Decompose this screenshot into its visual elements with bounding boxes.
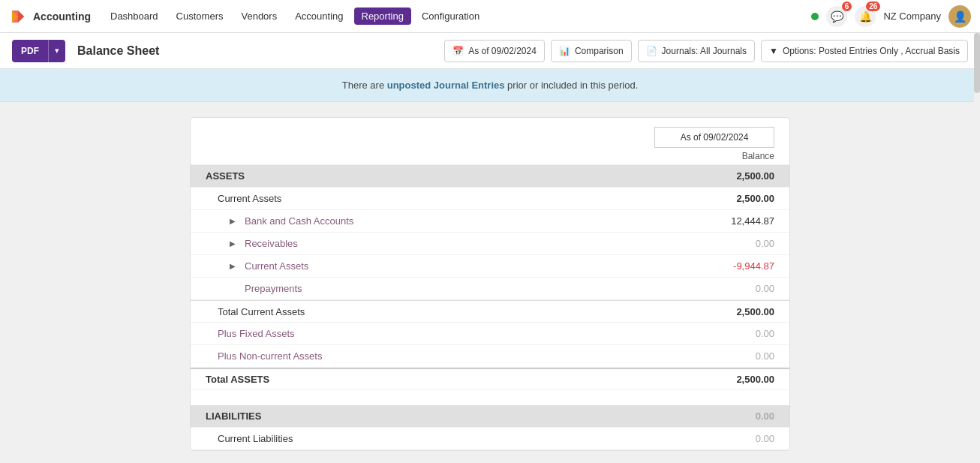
nav-vendors[interactable]: Vendors xyxy=(233,8,284,25)
filter-journals-label: Journals: All Journals xyxy=(662,46,747,56)
main-content: As of 09/02/2024 Balance ASSETS 2,500.00… xyxy=(0,102,980,460)
bank-cash-value: 12,444.87 xyxy=(669,215,774,227)
current-assets-label: Current Assets xyxy=(218,193,669,204)
bank-expand-icon[interactable]: ▶ xyxy=(230,217,242,225)
section-spacer xyxy=(191,390,789,405)
fixed-assets-row: Plus Fixed Assets 0.00 xyxy=(191,323,789,345)
messages-icon[interactable]: 💬 6 xyxy=(826,6,847,27)
fixed-assets-value: 0.00 xyxy=(669,328,774,339)
report-container: As of 09/02/2024 Balance ASSETS 2,500.00… xyxy=(190,117,790,451)
filter-date-label: As of 09/02/2024 xyxy=(468,46,537,56)
current-assets-row: Current Assets 2,500.00 xyxy=(191,188,789,210)
non-current-assets-label[interactable]: Plus Non-current Assets xyxy=(218,350,669,362)
balance-col-header: Balance xyxy=(654,151,774,161)
fixed-assets-label[interactable]: Plus Fixed Assets xyxy=(218,328,669,339)
app-logo xyxy=(9,8,27,26)
filter-comparison-label: Comparison xyxy=(575,46,624,56)
calendar-icon: 📅 xyxy=(452,46,464,56)
nav-configuration[interactable]: Configuration xyxy=(414,8,487,25)
nav-customers[interactable]: Customers xyxy=(169,8,231,25)
alerts-icon[interactable]: 🔔 26 xyxy=(855,6,876,27)
receivables-value: 0.00 xyxy=(669,238,774,249)
report-col-headers: Balance xyxy=(191,148,789,165)
company-name[interactable]: NZ Company xyxy=(883,11,941,22)
bank-cash-label[interactable]: Bank and Cash Accounts xyxy=(245,215,669,227)
assets-label: ASSETS xyxy=(206,170,669,182)
total-current-assets-label: Total Current Assets xyxy=(218,306,669,317)
filter-journals[interactable]: 📄 Journals: All Journals xyxy=(638,40,755,62)
app-name: Accounting xyxy=(33,11,91,23)
assets-value: 2,500.00 xyxy=(669,170,774,182)
alerts-badge: 26 xyxy=(866,2,880,11)
pdf-btn-group: PDF ▾ xyxy=(12,40,65,62)
receivables-expand-icon[interactable]: ▶ xyxy=(230,239,242,248)
nav-right: 💬 6 🔔 26 NZ Company 👤 xyxy=(811,5,971,28)
non-current-assets-value: 0.00 xyxy=(669,350,774,362)
warning-suffix: prior or included in this period. xyxy=(504,80,638,91)
section-liabilities: LIABILITIES 0.00 xyxy=(191,405,789,428)
scrollbar-track xyxy=(974,33,980,463)
pdf-button[interactable]: PDF xyxy=(12,40,48,62)
total-assets-row: Total ASSETS 2,500.00 xyxy=(191,368,789,390)
toolbar: PDF ▾ Balance Sheet 📅 As of 09/02/2024 📊… xyxy=(0,33,980,69)
filter-date[interactable]: 📅 As of 09/02/2024 xyxy=(444,40,545,62)
journal-icon: 📄 xyxy=(646,46,657,56)
current-assets-sub-value: -9,944.87 xyxy=(669,260,774,272)
filter-options-label: Options: Posted Entries Only , Accrual B… xyxy=(783,46,960,56)
current-assets-value: 2,500.00 xyxy=(669,193,774,204)
section-assets: ASSETS 2,500.00 xyxy=(191,165,789,188)
filter-options[interactable]: ▼ Options: Posted Entries Only , Accrual… xyxy=(761,40,968,62)
filter-comparison[interactable]: 📊 Comparison xyxy=(551,40,632,62)
chart-icon: 📊 xyxy=(559,46,570,56)
nav-links: Dashboard Customers Vendors Accounting R… xyxy=(103,8,811,25)
current-assets-expand-icon[interactable]: ▶ xyxy=(230,262,242,270)
top-nav: Accounting Dashboard Customers Vendors A… xyxy=(0,0,980,33)
nav-accounting[interactable]: Accounting xyxy=(287,8,350,25)
current-liabilities-row: Current Liabilities 0.00 xyxy=(191,428,789,450)
warning-prefix: There are xyxy=(342,80,387,91)
total-current-assets-value: 2,500.00 xyxy=(669,306,774,317)
messages-badge: 6 xyxy=(842,2,852,11)
status-indicator xyxy=(811,13,819,20)
non-current-assets-row: Plus Non-current Assets 0.00 xyxy=(191,345,789,368)
total-assets-value: 2,500.00 xyxy=(669,374,774,385)
report-table: ASSETS 2,500.00 Current Assets 2,500.00 … xyxy=(191,165,789,450)
total-current-assets-row: Total Current Assets 2,500.00 xyxy=(191,300,789,323)
date-header: As of 09/02/2024 xyxy=(654,127,774,148)
scrollbar-thumb[interactable] xyxy=(974,33,980,93)
filter-funnel-icon: ▼ xyxy=(769,46,778,56)
nav-reporting[interactable]: Reporting xyxy=(354,8,411,25)
warning-banner: There are unposted Journal Entries prior… xyxy=(0,69,980,102)
liabilities-value: 0.00 xyxy=(669,410,774,422)
receivables-row: ▶ Receivables 0.00 xyxy=(191,233,789,255)
receivables-label[interactable]: Receivables xyxy=(245,238,669,249)
current-liabilities-value: 0.00 xyxy=(669,433,774,444)
prepayments-row: Prepayments 0.00 xyxy=(191,278,789,300)
prepayments-label[interactable]: Prepayments xyxy=(245,283,669,294)
current-liabilities-label: Current Liabilities xyxy=(218,433,669,444)
total-assets-label: Total ASSETS xyxy=(206,374,669,385)
prepayments-value: 0.00 xyxy=(669,283,774,294)
page-title: Balance Sheet xyxy=(77,44,159,58)
user-avatar[interactable]: 👤 xyxy=(948,5,971,28)
current-assets-expandable-row: ▶ Current Assets -9,944.87 xyxy=(191,255,789,278)
report-header-row: As of 09/02/2024 xyxy=(191,118,789,148)
liabilities-label: LIABILITIES xyxy=(206,410,669,422)
pdf-dropdown-button[interactable]: ▾ xyxy=(48,40,65,62)
nav-dashboard[interactable]: Dashboard xyxy=(103,8,166,25)
warning-highlight[interactable]: unposted Journal Entries xyxy=(387,80,505,91)
current-assets-sub-label[interactable]: Current Assets xyxy=(245,260,669,272)
bank-cash-row: ▶ Bank and Cash Accounts 12,444.87 xyxy=(191,210,789,233)
